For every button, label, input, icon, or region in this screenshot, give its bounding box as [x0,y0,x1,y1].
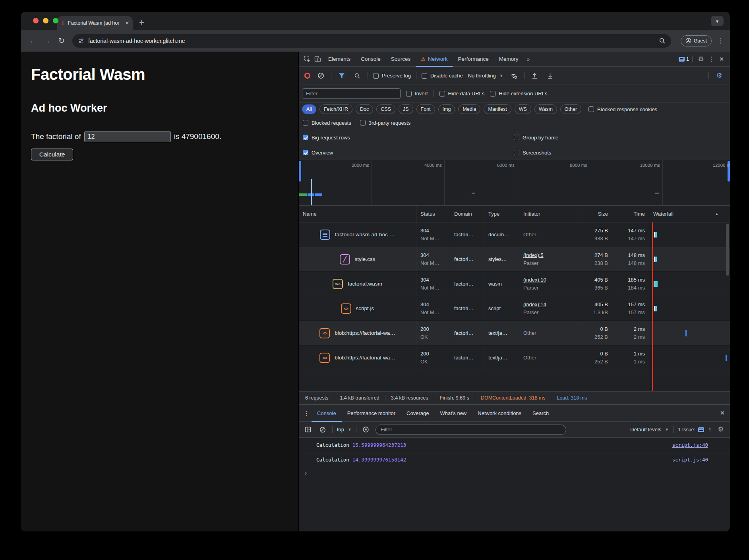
disable-cache-checkbox[interactable]: Disable cache [422,73,463,79]
group-by-frame-checkbox[interactable]: Group by frame [514,135,726,141]
calculate-button[interactable]: Calculate [31,149,73,160]
source-link[interactable]: script.js:40 [672,442,708,448]
settings-gear-icon[interactable]: ⚙ [696,54,706,64]
factorial-input[interactable] [84,131,171,142]
drawer-menu-icon[interactable]: ⋮ [301,408,312,418]
tab-console[interactable]: Console [356,52,386,67]
screenshots-checkbox[interactable]: Screenshots [514,150,726,156]
record-network-log-button[interactable] [304,73,310,79]
chip-all[interactable]: All [302,104,316,114]
preserve-log-checkbox[interactable]: Preserve log [373,73,411,79]
minimize-window-button[interactable] [43,18,48,23]
issues-button[interactable]: 1 [679,56,689,62]
console-prompt[interactable]: › [299,467,730,480]
column-header-initiator[interactable]: Initiator [519,206,577,222]
table-row[interactable]: WAfactorial.wasm 304Not M… factori… wasm… [299,272,730,296]
initiator-link[interactable]: (index):14 [523,301,573,307]
tab-elements[interactable]: Elements [323,52,356,67]
address-bar[interactable]: factorial-wasm-ad-hoc-worker.glitch.me [72,34,671,48]
column-header-size[interactable]: Size [577,206,612,222]
table-row[interactable]: ╱style.css 304Not M… factori… styles… (i… [299,247,730,272]
network-filter-input[interactable] [302,88,401,99]
maximize-window-button[interactable] [53,18,58,23]
drawer-tab-performance-monitor[interactable]: Performance monitor [342,404,401,422]
column-header-status[interactable]: Status [416,206,450,222]
network-settings-gear-icon[interactable]: ⚙ [714,71,724,81]
browser-menu-icon[interactable]: ⋮ [717,37,724,44]
hide-data-urls-checkbox[interactable]: Hide data URLs [439,91,485,97]
forward-icon[interactable]: → [41,37,53,45]
chip-img[interactable]: Img [438,104,455,114]
checkbox[interactable] [422,73,427,79]
browser-tab[interactable]: ! Factorial Wasm (ad hoc Work ✕ [57,16,133,30]
third-party-requests-checkbox[interactable]: 3rd-party requests [360,120,411,126]
clear-console-icon[interactable] [317,425,328,435]
tab-sources[interactable]: Sources [386,52,416,67]
tab-performance[interactable]: Performance [453,52,494,67]
column-header-type[interactable]: Type [484,206,519,222]
context-selector-dropdown[interactable]: top ▼ [337,427,352,433]
drawer-tab-search[interactable]: Search [527,404,554,422]
drawer-tab-console[interactable]: Console [312,404,342,422]
drawer-tab-coverage[interactable]: Coverage [401,404,434,422]
filter-funnel-icon[interactable] [337,71,347,81]
chip-other[interactable]: Other [560,104,581,114]
chip-manifest[interactable]: Manifest [484,104,511,114]
tab-search-chevron-icon[interactable]: ▾ [711,16,724,26]
console-sidebar-icon[interactable] [303,425,313,435]
initiator-link[interactable]: (index):10 [523,277,573,283]
more-panels-icon[interactable]: » [524,56,533,62]
initiator-link[interactable]: (index):5 [523,252,573,258]
big-request-rows-checkbox[interactable]: Big request rows [303,135,350,141]
hide-extension-urls-checkbox[interactable]: Hide extension URLs [490,91,547,97]
invert-checkbox[interactable]: Invert [406,91,428,97]
back-icon[interactable]: ← [27,37,39,45]
import-har-icon[interactable] [530,71,540,81]
chip-js[interactable]: JS [399,104,413,114]
chip-media[interactable]: Media [458,104,480,114]
source-link[interactable]: script.js:40 [672,457,708,463]
inspect-element-icon[interactable] [302,54,312,64]
column-header-waterfall[interactable]: Waterfall ▲ [649,206,730,222]
export-har-icon[interactable] [545,71,555,81]
tab-network[interactable]: ⚠ Network [416,52,453,67]
chip-wasm[interactable]: Wasm [534,104,557,114]
checkbox[interactable] [373,73,379,79]
issues-counter-button[interactable]: 1 Issue: 1 [678,427,711,433]
overview-checkbox[interactable]: Overview [303,150,333,156]
search-network-icon[interactable] [352,71,362,81]
drawer-tab-whats-new[interactable]: What's new [434,404,472,422]
device-toolbar-icon[interactable] [312,54,323,64]
close-tab-icon[interactable]: ✕ [125,20,129,26]
close-drawer-icon[interactable]: ✕ [717,408,728,418]
chip-doc[interactable]: Doc [356,104,373,114]
table-scrollbar[interactable] [726,224,729,276]
table-row[interactable]: <>blob:https://factorial-wa… 200OK facto… [299,346,730,370]
zoom-icon[interactable] [659,37,666,44]
window-controls[interactable] [33,18,58,23]
console-settings-gear-icon[interactable]: ⚙ [716,425,726,435]
live-expression-eye-icon[interactable] [361,425,371,435]
column-header-time[interactable]: Time [612,206,649,222]
profile-button[interactable]: Guest [681,35,712,46]
blocked-response-cookies-checkbox[interactable]: Blocked response cookies [588,106,657,112]
table-row[interactable]: <>script.js 304Not M… factori… script (i… [299,296,730,321]
chip-css[interactable]: CSS [376,104,395,114]
chip-fetch-xhr[interactable]: Fetch/XHR [319,104,352,114]
throttling-dropdown[interactable]: No throttling ▼ [468,73,503,79]
blocked-requests-checkbox[interactable]: Blocked requests [303,120,351,126]
close-window-button[interactable] [33,18,39,23]
chip-font[interactable]: Font [416,104,435,114]
chip-ws[interactable]: WS [515,104,531,114]
drawer-tab-network-conditions[interactable]: Network conditions [472,404,527,422]
log-levels-dropdown[interactable]: Default levels ▼ [630,427,669,433]
network-conditions-icon[interactable] [509,71,519,81]
timeline-left-handle[interactable] [299,161,301,182]
column-header-name[interactable]: Name [299,206,416,222]
site-info-icon[interactable] [78,38,84,44]
column-header-domain[interactable]: Domain [450,206,484,222]
table-row[interactable]: <>blob:https://factorial-wa… 200OK facto… [299,321,730,346]
console-filter-input[interactable] [375,425,566,435]
devtools-menu-icon[interactable]: ⋮ [706,54,716,64]
clear-network-log-icon[interactable] [315,71,326,81]
